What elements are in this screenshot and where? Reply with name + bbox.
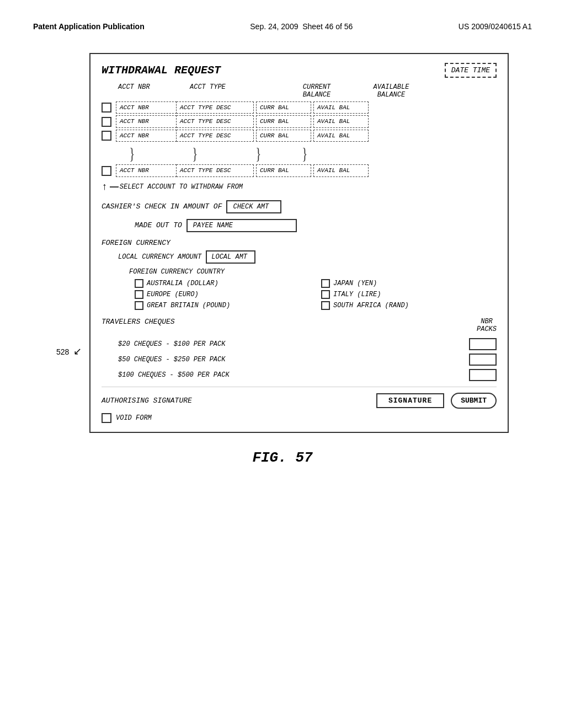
signature-field[interactable]: SIGNATURE (376, 393, 444, 408)
local-amt-field[interactable]: LOCAL AMT (206, 250, 255, 264)
account-checkbox-2[interactable] (102, 117, 111, 127)
void-checkbox[interactable] (102, 413, 111, 423)
cheque-row-100: $100 CHEQUES - $500 PER PACK (102, 369, 497, 381)
account-checkbox-last[interactable] (102, 166, 111, 176)
cheque-field-50[interactable] (469, 354, 497, 366)
local-currency-label: LOCAL CURRENCY AMOUNT (118, 253, 201, 261)
publication-date-sheet: Sep. 24, 2009 Sheet 46 of 56 (250, 22, 353, 31)
curr-bal-2[interactable]: CURR BAL (256, 115, 311, 128)
col-header-avail-bal: AVAILABLEBALANCE (355, 83, 427, 99)
curly-arrows-row: } } } } (102, 143, 497, 163)
withdrawal-form: WITHDRAWAL REQUEST DATE TIME ACCT NBR AC… (89, 53, 509, 433)
travelers-header: TRAVELERS CHEQUES NBRPACKS (102, 318, 497, 334)
cheque-field-100[interactable] (469, 369, 497, 381)
auth-row: AUTHORISING SIGNATURE SIGNATURE SUBMIT (102, 393, 497, 409)
avail-bal-last[interactable]: AVAIL BAL (313, 164, 369, 177)
curr-bal-last[interactable]: CURR BAL (256, 164, 311, 177)
currency-checkbox-europe[interactable] (135, 290, 143, 299)
currency-south-africa: SOUTH AFRICA (RAND) (321, 301, 497, 310)
made-out-label: MADE OUT TO (135, 221, 182, 229)
arrow-up-icon: ↑ (102, 181, 108, 192)
cheque-label-50: $50 CHEQUES - $250 PER PACK (118, 356, 225, 363)
acct-type-2[interactable]: ACCT TYPE DESC (177, 115, 254, 128)
account-checkbox-1[interactable] (102, 103, 111, 113)
cashiers-check-row: CASHIER'S CHECK IN AMOUNT OF CHECK AMT (102, 200, 497, 213)
account-checkbox-3[interactable] (102, 131, 111, 141)
cheque-label-20: $20 CHEQUES - $100 PER PACK (118, 340, 225, 348)
col-header-acct-type: ACCT TYPE (190, 83, 278, 99)
nbr-packs-label: NBRPACKS (477, 318, 497, 334)
account-row-3: ACCT NBR ACCT TYPE DESC CURR BAL AVAIL B… (102, 130, 497, 142)
account-fields-3: ACCT NBR ACCT TYPE DESC CURR BAL AVAIL B… (116, 130, 369, 142)
currency-checkbox-britain[interactable] (135, 301, 143, 310)
cheque-label-100: $100 CHEQUES - $500 PER PACK (118, 371, 230, 379)
col-header-acct-nbr: ACCT NBR (118, 83, 190, 99)
currency-checkbox-australia[interactable] (135, 279, 143, 288)
payee-field[interactable]: PAYEE NAME (186, 219, 297, 232)
currency-australia: AUSTRALIA (DOLLAR) (135, 279, 310, 288)
avail-bal-3[interactable]: AVAIL BAL (313, 130, 369, 142)
publication-number: US 2009/0240615 A1 (459, 22, 532, 31)
form-title: WITHDRAWAL REQUEST (102, 64, 221, 77)
select-account-label: ↑ SELECT ACCOUNT TO WITHDRAW FROM (102, 181, 497, 192)
date-time-box[interactable]: DATE TIME (445, 63, 497, 78)
account-fields-2: ACCT NBR ACCT TYPE DESC CURR BAL AVAIL B… (116, 115, 369, 128)
submit-button[interactable]: SUBMIT (451, 393, 497, 409)
acct-type-last[interactable]: ACCT TYPE DESC (177, 164, 254, 177)
currency-europe: EUROPE (EURO) (135, 290, 310, 299)
cheque-row-50: $50 CHEQUES - $250 PER PACK (102, 354, 497, 366)
currency-britain: GREAT BRITAIN (POUND) (135, 301, 310, 310)
avail-bal-1[interactable]: AVAIL BAL (313, 101, 369, 114)
account-row-last: ACCT NBR ACCT TYPE DESC CURR BAL AVAIL B… (102, 164, 497, 177)
currency-checkbox-japan[interactable] (321, 279, 330, 288)
auth-label: AUTHORISING SIGNATURE (102, 397, 192, 405)
form-title-row: WITHDRAWAL REQUEST DATE TIME (102, 63, 497, 78)
publication-label: Patent Application Publication (33, 22, 145, 31)
acct-nbr-3[interactable]: ACCT NBR (116, 130, 177, 142)
currency-italy: ITALY (LIRE) (321, 290, 497, 299)
acct-nbr-2[interactable]: ACCT NBR (116, 115, 177, 128)
currency-checkbox-italy[interactable] (321, 290, 330, 299)
avail-bal-2[interactable]: AVAIL BAL (313, 115, 369, 128)
cheque-field-20[interactable] (469, 338, 497, 350)
acct-nbr-1[interactable]: ACCT NBR (116, 101, 177, 114)
acct-type-3[interactable]: ACCT TYPE DESC (177, 130, 254, 142)
account-row-1: ACCT NBR ACCT TYPE DESC CURR BAL AVAIL B… (102, 101, 497, 114)
currency-grid: AUSTRALIA (DOLLAR) JAPAN (YEN) EUROPE (E… (102, 279, 497, 310)
void-row: VOID FORM (102, 413, 497, 423)
currency-japan: JAPAN (YEN) (321, 279, 497, 288)
acct-type-1[interactable]: ACCT TYPE DESC (177, 101, 254, 114)
figure-label: FIG. 57 (56, 449, 509, 466)
account-row-2: ACCT NBR ACCT TYPE DESC CURR BAL AVAIL B… (102, 115, 497, 128)
currency-checkbox-south-africa[interactable] (321, 301, 330, 310)
acct-nbr-last[interactable]: ACCT NBR (116, 164, 177, 177)
column-headers: ACCT NBR ACCT TYPE CURRENTBALANCE AVAILA… (102, 83, 497, 99)
foreign-country-label: FOREIGN CURRENCY COUNTRY (102, 268, 497, 276)
curr-bal-3[interactable]: CURR BAL (256, 130, 311, 142)
check-amt-field[interactable]: CHECK AMT (226, 200, 281, 213)
made-out-row: MADE OUT TO PAYEE NAME (102, 219, 497, 232)
local-currency-row: LOCAL CURRENCY AMOUNT LOCAL AMT (102, 250, 497, 264)
void-label: VOID FORM (116, 414, 152, 422)
reference-number: 528 ↙ (56, 345, 82, 357)
foreign-currency-label: FOREIGN CURRENCY (102, 239, 497, 247)
account-fields-1: ACCT NBR ACCT TYPE DESC CURR BAL AVAIL B… (116, 101, 369, 114)
travelers-label: TRAVELERS CHEQUES (102, 318, 175, 326)
cashier-label: CASHIER'S CHECK IN AMOUNT OF (102, 202, 222, 211)
col-header-curr-bal: CURRENTBALANCE (278, 83, 355, 99)
cheque-row-20: $20 CHEQUES - $100 PER PACK (102, 338, 497, 350)
curr-bal-1[interactable]: CURR BAL (256, 101, 311, 114)
account-fields-last: ACCT NBR ACCT TYPE DESC CURR BAL AVAIL B… (116, 164, 369, 177)
